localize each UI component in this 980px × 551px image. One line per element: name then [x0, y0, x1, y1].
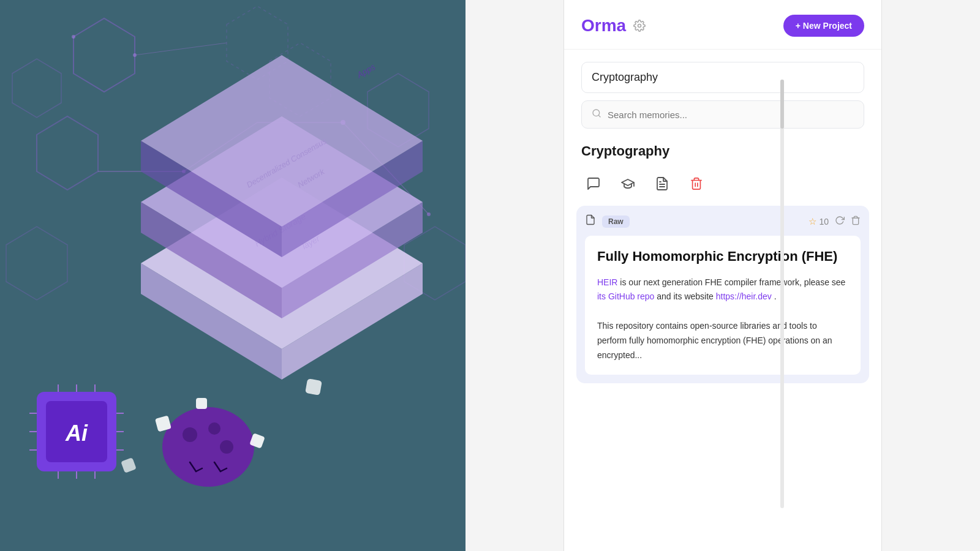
- delete-button[interactable]: [684, 171, 709, 196]
- main-content: Orma + New Project: [466, 0, 980, 551]
- svg-marker-30: [141, 55, 423, 227]
- settings-button[interactable]: [633, 20, 646, 32]
- logo-text: Orma: [581, 16, 626, 36]
- heir-link[interactable]: HEIR: [597, 277, 617, 287]
- svg-line-57: [214, 462, 221, 471]
- svg-rect-33: [37, 392, 116, 471]
- raw-badge: Raw: [602, 216, 630, 228]
- card-trash-icon: [851, 216, 861, 225]
- card-header-right: ☆ 10: [809, 216, 861, 228]
- body-paragraph: This repository contains open-source lib…: [597, 319, 848, 362]
- body-text-2: and its website: [657, 291, 716, 301]
- svg-marker-24: [282, 202, 423, 318]
- svg-line-189: [598, 115, 600, 117]
- memory-card: Raw ☆ 10: [576, 206, 869, 383]
- svg-marker-5: [37, 116, 98, 190]
- chat-icon: [586, 176, 601, 191]
- svg-rect-52: [155, 416, 172, 432]
- card-delete-button[interactable]: [851, 216, 861, 228]
- star-icon: ☆: [809, 216, 816, 227]
- section-heading: Cryptography: [564, 138, 881, 167]
- score-value: 10: [819, 217, 829, 227]
- trash-icon: [690, 177, 703, 190]
- learn-button[interactable]: [616, 171, 640, 196]
- svg-line-18: [135, 43, 227, 55]
- card-doc-icon: [585, 214, 596, 228]
- search-bar: [581, 100, 864, 129]
- gear-icon: [633, 20, 646, 32]
- refresh-icon: [835, 216, 845, 225]
- github-link[interactable]: its GitHub repo: [597, 291, 654, 301]
- svg-point-50: [208, 422, 221, 435]
- svg-line-14: [343, 122, 429, 214]
- svg-text:Apps: Apps: [355, 62, 377, 80]
- svg-line-55: [190, 462, 196, 471]
- svg-line-58: [221, 468, 227, 471]
- svg-text:Network: Network: [296, 167, 326, 190]
- svg-point-17: [133, 53, 137, 57]
- svg-marker-6: [368, 73, 429, 147]
- svg-text:Hybrid Storage: Hybrid Storage: [253, 211, 307, 249]
- svg-point-48: [162, 407, 254, 487]
- svg-line-56: [196, 468, 202, 471]
- svg-rect-54: [196, 398, 207, 409]
- search-icon: [592, 108, 601, 121]
- chat-button[interactable]: [581, 171, 606, 196]
- header-left: Orma: [581, 16, 646, 36]
- svg-point-187: [638, 24, 641, 28]
- action-icons: [564, 167, 881, 206]
- scrollbar-thumb[interactable]: [780, 80, 784, 129]
- svg-marker-3: [227, 6, 288, 80]
- memory-card-inner: Fully Homomorphic Encryption (FHE) HEIR …: [585, 236, 861, 375]
- svg-point-15: [427, 212, 431, 216]
- svg-marker-25: [141, 116, 423, 288]
- memory-title: Fully Homomorphic Encryption (FHE): [597, 248, 848, 266]
- body-text-3: .: [774, 291, 777, 301]
- svg-marker-20: [141, 178, 423, 349]
- scrollbar-track[interactable]: [780, 80, 784, 508]
- svg-rect-0: [0, 0, 466, 551]
- svg-marker-1: [74, 18, 135, 92]
- svg-marker-31: [141, 141, 282, 257]
- document-button[interactable]: [650, 171, 674, 196]
- svg-marker-7: [6, 227, 67, 300]
- svg-text:Decentralized Consensus: Decentralized Consensus: [245, 136, 328, 189]
- svg-point-51: [220, 440, 233, 454]
- header: Orma + New Project: [564, 0, 881, 50]
- svg-rect-59: [305, 378, 322, 395]
- search-input[interactable]: [608, 110, 854, 120]
- svg-text:Ai: Ai: [65, 421, 88, 446]
- new-project-button[interactable]: + New Project: [783, 15, 864, 37]
- project-title-container: [564, 50, 881, 100]
- svg-point-49: [183, 427, 197, 442]
- project-title-input[interactable]: [581, 62, 864, 93]
- svg-marker-8: [404, 227, 466, 300]
- svg-marker-29: [282, 141, 423, 257]
- svg-rect-34: [46, 401, 107, 462]
- refresh-button[interactable]: [835, 216, 845, 228]
- svg-point-10: [182, 170, 186, 173]
- document-icon: [655, 176, 669, 191]
- svg-rect-53: [249, 433, 265, 449]
- svg-marker-26: [141, 202, 282, 318]
- star-score: ☆ 10: [809, 216, 829, 227]
- memory-body: HEIR is our next generation FHE compiler…: [597, 276, 848, 363]
- card-header: Raw ☆ 10: [585, 214, 861, 228]
- svg-point-16: [72, 35, 75, 39]
- svg-marker-19: [282, 263, 423, 380]
- card-header-left: Raw: [585, 214, 630, 228]
- svg-rect-60: [121, 457, 137, 473]
- graduation-icon: [620, 176, 635, 191]
- svg-text:layer: layer: [300, 233, 322, 251]
- svg-line-11: [184, 122, 257, 171]
- panel: Orma + New Project: [564, 0, 882, 551]
- body-text-1: is our next generation FHE compiler fram…: [620, 277, 845, 287]
- svg-marker-2: [12, 59, 61, 118]
- svg-point-13: [341, 120, 345, 125]
- svg-marker-21: [141, 263, 282, 380]
- svg-marker-4: [270, 43, 331, 116]
- website-link[interactable]: https://heir.dev: [716, 291, 772, 301]
- search-container: [564, 100, 881, 138]
